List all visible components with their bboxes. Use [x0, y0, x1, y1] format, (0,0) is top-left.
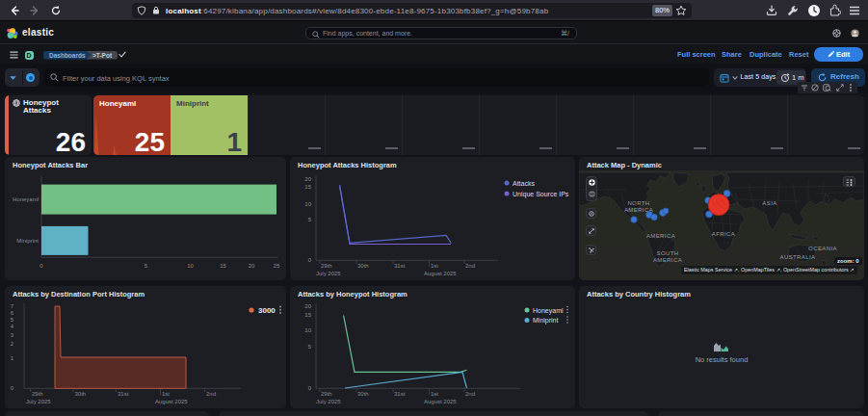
svg-text:29th: 29th	[321, 391, 332, 397]
svg-text:July 2025: July 2025	[26, 399, 51, 404]
svg-text:10: 10	[304, 327, 311, 333]
svg-text:AMERICA: AMERICA	[653, 257, 682, 263]
svg-text:31st: 31st	[118, 391, 129, 397]
svg-text:30th: 30th	[75, 391, 87, 397]
svg-text:20: 20	[249, 263, 255, 269]
svg-text:5: 5	[11, 317, 14, 323]
svg-text:10: 10	[187, 263, 194, 269]
svg-text:AMERICA: AMERICA	[646, 233, 675, 239]
svg-text:0: 0	[308, 257, 312, 263]
svg-text:SOUTH: SOUTH	[657, 250, 679, 256]
svg-text:August 2025: August 2025	[424, 271, 457, 276]
svg-text:0: 0	[308, 385, 312, 391]
svg-text:31st: 31st	[394, 391, 406, 397]
svg-text:Honeyaml: Honeyaml	[533, 307, 564, 315]
svg-text:3000: 3000	[258, 306, 276, 315]
svg-text:AUSTRALIA: AUSTRALIA	[780, 254, 816, 260]
svg-text:2: 2	[11, 341, 14, 347]
svg-text:4: 4	[11, 324, 14, 329]
svg-text:Attacks: Attacks	[513, 180, 535, 187]
svg-text:15: 15	[304, 184, 311, 190]
svg-text:15: 15	[220, 263, 226, 269]
svg-text:Honeyaml: Honeyaml	[13, 196, 39, 202]
svg-text:25: 25	[274, 263, 280, 269]
svg-text:1: 1	[11, 355, 14, 361]
svg-text:Miniprint: Miniprint	[533, 317, 559, 325]
svg-text:0: 0	[11, 385, 14, 391]
svg-text:NORTH: NORTH	[627, 200, 649, 206]
svg-text:5: 5	[308, 344, 312, 350]
svg-text:August 2025: August 2025	[155, 399, 188, 404]
svg-text:August 2025: August 2025	[424, 399, 457, 404]
svg-text:29th: 29th	[321, 263, 332, 269]
svg-text:ASIA: ASIA	[762, 200, 776, 206]
svg-text:20: 20	[304, 176, 311, 182]
svg-text:2nd: 2nd	[465, 263, 475, 269]
svg-text:2nd: 2nd	[206, 391, 216, 397]
svg-text:5: 5	[145, 263, 148, 269]
svg-text:29th: 29th	[32, 391, 43, 397]
svg-text:20: 20	[304, 303, 311, 309]
svg-text:1st: 1st	[431, 391, 438, 397]
svg-text:3: 3	[11, 332, 14, 338]
svg-text:Miniprint: Miniprint	[16, 238, 39, 244]
svg-text:2nd: 2nd	[465, 391, 475, 397]
svg-text:Unique Source IPs: Unique Source IPs	[513, 191, 569, 198]
svg-text:July 2025: July 2025	[316, 271, 341, 276]
svg-text:1st: 1st	[162, 391, 170, 397]
svg-text:5: 5	[308, 217, 312, 222]
svg-text:10: 10	[304, 201, 311, 207]
svg-text:30th: 30th	[357, 263, 369, 269]
svg-text:31st: 31st	[394, 263, 406, 269]
svg-text:AFRICA: AFRICA	[712, 231, 735, 237]
svg-text:July 2025: July 2025	[316, 399, 341, 404]
svg-text:7: 7	[11, 303, 14, 309]
svg-text:6: 6	[11, 310, 14, 316]
svg-text:15: 15	[304, 312, 311, 318]
svg-text:1st: 1st	[431, 263, 438, 269]
svg-text:0: 0	[39, 263, 43, 269]
svg-text:OCEANIA: OCEANIA	[808, 246, 837, 251]
svg-text:30th: 30th	[357, 391, 369, 397]
